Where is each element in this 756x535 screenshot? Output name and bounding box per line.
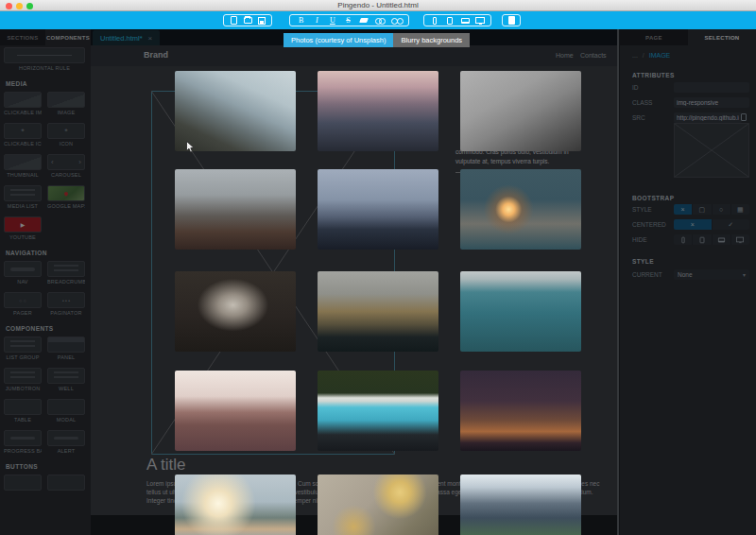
eraser-icon[interactable] [359, 15, 369, 26]
photo-girl-in-desert[interactable] [175, 371, 296, 451]
document-icon[interactable] [507, 15, 516, 26]
window-title: Pingendo - Untitled.html [0, 1, 756, 9]
save-document-icon[interactable] [257, 15, 266, 26]
tablet-icon[interactable] [445, 15, 455, 26]
open-folder-icon[interactable] [243, 15, 252, 26]
italic-icon[interactable]: I [312, 15, 321, 26]
tab-photos-unsplash[interactable]: Photos (courtesy of Unsplash) [284, 33, 393, 47]
new-document-icon[interactable] [229, 15, 238, 26]
strikethrough-icon[interactable]: S [344, 15, 353, 26]
photo-girl-with-sparkler[interactable] [460, 169, 581, 250]
photo-suspension-bridge-bw[interactable] [460, 71, 581, 151]
photo-feet-on-pebbles[interactable] [175, 169, 296, 250]
photo-husky-dog[interactable] [175, 271, 296, 352]
photo-misty-mountain-valley[interactable] [460, 475, 581, 535]
photo-man-by-lake-dusk[interactable] [318, 169, 438, 250]
titlebar: Pingendo - Untitled.html [0, 0, 756, 11]
photo-coastal-cliffs[interactable] [318, 271, 438, 352]
photo-blue-camper-van[interactable] [318, 371, 438, 451]
underline-icon[interactable]: U [328, 15, 337, 26]
page-button-group [502, 14, 521, 26]
tab-blurry-backgrounds[interactable]: Blurry backgrounds [393, 33, 470, 47]
laptop-icon[interactable] [460, 15, 470, 26]
app-window: Pingendo - Untitled.html BIUS SECTIONS C… [0, 0, 756, 535]
photo-autumn-leaves[interactable] [318, 475, 438, 535]
unlink-icon[interactable] [391, 15, 402, 26]
file-button-group [223, 14, 272, 26]
photo-man-sitting-on-ledge[interactable] [175, 71, 296, 151]
desktop-icon[interactable] [475, 15, 485, 26]
phone-icon[interactable] [430, 15, 439, 26]
mouse-cursor [186, 141, 195, 153]
bold-icon[interactable]: B [297, 15, 306, 26]
device-preview-group [423, 14, 491, 26]
link-icon[interactable] [375, 15, 386, 26]
main-toolbar: BIUS [0, 11, 756, 29]
photo-snowy-mountain-dusk[interactable] [318, 71, 438, 151]
photo-picker-tabs: Photos (courtesy of Unsplash) Blurry bac… [284, 33, 470, 47]
photo-starry-night-glow[interactable] [460, 371, 581, 451]
photo-teal-sea-cargo-ship[interactable] [460, 271, 581, 352]
photo-sunny-beach[interactable] [175, 475, 296, 535]
format-button-group: BIUS [289, 14, 409, 26]
